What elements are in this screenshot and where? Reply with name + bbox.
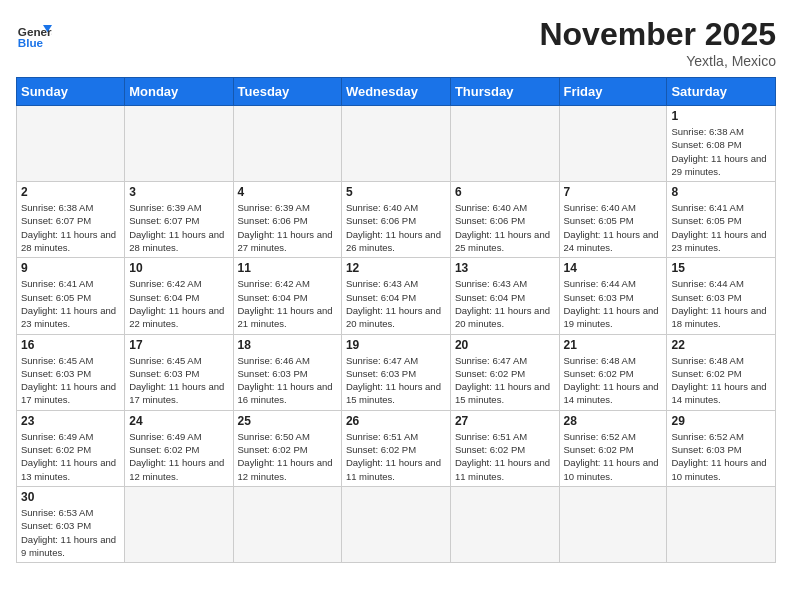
day-cell-10: 10Sunrise: 6:42 AMSunset: 6:04 PMDayligh… bbox=[125, 258, 233, 334]
day-number: 1 bbox=[671, 109, 771, 123]
day-number: 28 bbox=[564, 414, 663, 428]
day-cell-27: 27Sunrise: 6:51 AMSunset: 6:02 PMDayligh… bbox=[450, 410, 559, 486]
day-cell-18: 18Sunrise: 6:46 AMSunset: 6:03 PMDayligh… bbox=[233, 334, 341, 410]
day-info: Sunrise: 6:38 AMSunset: 6:07 PMDaylight:… bbox=[21, 201, 120, 254]
day-number: 15 bbox=[671, 261, 771, 275]
empty-cell bbox=[450, 106, 559, 182]
empty-cell bbox=[17, 106, 125, 182]
day-number: 21 bbox=[564, 338, 663, 352]
day-cell-19: 19Sunrise: 6:47 AMSunset: 6:03 PMDayligh… bbox=[341, 334, 450, 410]
day-number: 24 bbox=[129, 414, 228, 428]
calendar-row: 9Sunrise: 6:41 AMSunset: 6:05 PMDaylight… bbox=[17, 258, 776, 334]
day-number: 8 bbox=[671, 185, 771, 199]
day-number: 7 bbox=[564, 185, 663, 199]
day-cell-5: 5Sunrise: 6:40 AMSunset: 6:06 PMDaylight… bbox=[341, 182, 450, 258]
day-info: Sunrise: 6:43 AMSunset: 6:04 PMDaylight:… bbox=[346, 277, 446, 330]
day-info: Sunrise: 6:42 AMSunset: 6:04 PMDaylight:… bbox=[238, 277, 337, 330]
weekday-header-row: Sunday Monday Tuesday Wednesday Thursday… bbox=[17, 78, 776, 106]
day-cell-17: 17Sunrise: 6:45 AMSunset: 6:03 PMDayligh… bbox=[125, 334, 233, 410]
day-number: 12 bbox=[346, 261, 446, 275]
day-number: 19 bbox=[346, 338, 446, 352]
empty-cell bbox=[559, 486, 667, 562]
day-cell-24: 24Sunrise: 6:49 AMSunset: 6:02 PMDayligh… bbox=[125, 410, 233, 486]
day-info: Sunrise: 6:44 AMSunset: 6:03 PMDaylight:… bbox=[564, 277, 663, 330]
day-cell-7: 7Sunrise: 6:40 AMSunset: 6:05 PMDaylight… bbox=[559, 182, 667, 258]
day-number: 4 bbox=[238, 185, 337, 199]
day-cell-2: 2Sunrise: 6:38 AMSunset: 6:07 PMDaylight… bbox=[17, 182, 125, 258]
day-info: Sunrise: 6:42 AMSunset: 6:04 PMDaylight:… bbox=[129, 277, 228, 330]
header-friday: Friday bbox=[559, 78, 667, 106]
day-number: 2 bbox=[21, 185, 120, 199]
day-cell-15: 15Sunrise: 6:44 AMSunset: 6:03 PMDayligh… bbox=[667, 258, 776, 334]
day-info: Sunrise: 6:39 AMSunset: 6:07 PMDaylight:… bbox=[129, 201, 228, 254]
day-number: 27 bbox=[455, 414, 555, 428]
day-info: Sunrise: 6:48 AMSunset: 6:02 PMDaylight:… bbox=[671, 354, 771, 407]
day-number: 29 bbox=[671, 414, 771, 428]
day-info: Sunrise: 6:38 AMSunset: 6:08 PMDaylight:… bbox=[671, 125, 771, 178]
day-info: Sunrise: 6:49 AMSunset: 6:02 PMDaylight:… bbox=[21, 430, 120, 483]
header-sunday: Sunday bbox=[17, 78, 125, 106]
empty-cell bbox=[125, 486, 233, 562]
day-info: Sunrise: 6:49 AMSunset: 6:02 PMDaylight:… bbox=[129, 430, 228, 483]
day-info: Sunrise: 6:41 AMSunset: 6:05 PMDaylight:… bbox=[671, 201, 771, 254]
empty-cell bbox=[667, 486, 776, 562]
day-info: Sunrise: 6:39 AMSunset: 6:06 PMDaylight:… bbox=[238, 201, 337, 254]
day-number: 3 bbox=[129, 185, 228, 199]
day-number: 17 bbox=[129, 338, 228, 352]
day-info: Sunrise: 6:45 AMSunset: 6:03 PMDaylight:… bbox=[129, 354, 228, 407]
month-title: November 2025 bbox=[539, 16, 776, 53]
calendar-table: Sunday Monday Tuesday Wednesday Thursday… bbox=[16, 77, 776, 563]
day-cell-4: 4Sunrise: 6:39 AMSunset: 6:06 PMDaylight… bbox=[233, 182, 341, 258]
location: Yextla, Mexico bbox=[539, 53, 776, 69]
day-info: Sunrise: 6:50 AMSunset: 6:02 PMDaylight:… bbox=[238, 430, 337, 483]
day-cell-30: 30Sunrise: 6:53 AMSunset: 6:03 PMDayligh… bbox=[17, 486, 125, 562]
empty-cell bbox=[341, 106, 450, 182]
day-info: Sunrise: 6:47 AMSunset: 6:02 PMDaylight:… bbox=[455, 354, 555, 407]
calendar-row-last: 30Sunrise: 6:53 AMSunset: 6:03 PMDayligh… bbox=[17, 486, 776, 562]
day-cell-23: 23Sunrise: 6:49 AMSunset: 6:02 PMDayligh… bbox=[17, 410, 125, 486]
day-info: Sunrise: 6:45 AMSunset: 6:03 PMDaylight:… bbox=[21, 354, 120, 407]
day-cell-3: 3Sunrise: 6:39 AMSunset: 6:07 PMDaylight… bbox=[125, 182, 233, 258]
logo: General Blue bbox=[16, 16, 52, 52]
day-cell-22: 22Sunrise: 6:48 AMSunset: 6:02 PMDayligh… bbox=[667, 334, 776, 410]
day-info: Sunrise: 6:47 AMSunset: 6:03 PMDaylight:… bbox=[346, 354, 446, 407]
day-cell-1: 1Sunrise: 6:38 AMSunset: 6:08 PMDaylight… bbox=[667, 106, 776, 182]
day-info: Sunrise: 6:48 AMSunset: 6:02 PMDaylight:… bbox=[564, 354, 663, 407]
day-number: 18 bbox=[238, 338, 337, 352]
title-block: November 2025 Yextla, Mexico bbox=[539, 16, 776, 69]
day-cell-20: 20Sunrise: 6:47 AMSunset: 6:02 PMDayligh… bbox=[450, 334, 559, 410]
empty-cell bbox=[233, 486, 341, 562]
empty-cell bbox=[341, 486, 450, 562]
header-thursday: Thursday bbox=[450, 78, 559, 106]
day-info: Sunrise: 6:51 AMSunset: 6:02 PMDaylight:… bbox=[455, 430, 555, 483]
day-number: 5 bbox=[346, 185, 446, 199]
day-info: Sunrise: 6:52 AMSunset: 6:03 PMDaylight:… bbox=[671, 430, 771, 483]
empty-cell bbox=[125, 106, 233, 182]
header-tuesday: Tuesday bbox=[233, 78, 341, 106]
day-info: Sunrise: 6:52 AMSunset: 6:02 PMDaylight:… bbox=[564, 430, 663, 483]
empty-cell bbox=[559, 106, 667, 182]
day-cell-16: 16Sunrise: 6:45 AMSunset: 6:03 PMDayligh… bbox=[17, 334, 125, 410]
day-info: Sunrise: 6:46 AMSunset: 6:03 PMDaylight:… bbox=[238, 354, 337, 407]
day-cell-9: 9Sunrise: 6:41 AMSunset: 6:05 PMDaylight… bbox=[17, 258, 125, 334]
day-info: Sunrise: 6:44 AMSunset: 6:03 PMDaylight:… bbox=[671, 277, 771, 330]
day-cell-8: 8Sunrise: 6:41 AMSunset: 6:05 PMDaylight… bbox=[667, 182, 776, 258]
day-info: Sunrise: 6:41 AMSunset: 6:05 PMDaylight:… bbox=[21, 277, 120, 330]
day-number: 9 bbox=[21, 261, 120, 275]
day-cell-21: 21Sunrise: 6:48 AMSunset: 6:02 PMDayligh… bbox=[559, 334, 667, 410]
day-info: Sunrise: 6:51 AMSunset: 6:02 PMDaylight:… bbox=[346, 430, 446, 483]
day-info: Sunrise: 6:43 AMSunset: 6:04 PMDaylight:… bbox=[455, 277, 555, 330]
empty-cell bbox=[450, 486, 559, 562]
calendar-row: 16Sunrise: 6:45 AMSunset: 6:03 PMDayligh… bbox=[17, 334, 776, 410]
empty-cell bbox=[233, 106, 341, 182]
day-number: 13 bbox=[455, 261, 555, 275]
logo-icon: General Blue bbox=[16, 16, 52, 52]
header-monday: Monday bbox=[125, 78, 233, 106]
page-header: General Blue November 2025 Yextla, Mexic… bbox=[16, 16, 776, 69]
calendar-row: 2Sunrise: 6:38 AMSunset: 6:07 PMDaylight… bbox=[17, 182, 776, 258]
day-cell-14: 14Sunrise: 6:44 AMSunset: 6:03 PMDayligh… bbox=[559, 258, 667, 334]
day-cell-6: 6Sunrise: 6:40 AMSunset: 6:06 PMDaylight… bbox=[450, 182, 559, 258]
day-number: 11 bbox=[238, 261, 337, 275]
svg-text:Blue: Blue bbox=[18, 36, 44, 49]
day-info: Sunrise: 6:40 AMSunset: 6:06 PMDaylight:… bbox=[346, 201, 446, 254]
